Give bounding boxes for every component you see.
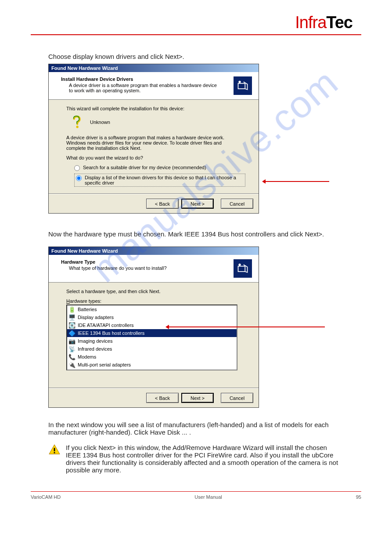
list-item[interactable]: 💽IDE ATA/ATAPI controllers xyxy=(67,321,237,329)
svg-point-1 xyxy=(238,81,241,83)
header-subtitle-2: What type of hardware do you want to ins… xyxy=(69,265,167,271)
wizard-line1: This wizard will complete the installati… xyxy=(66,106,245,111)
cancel-button[interactable]: Cancel xyxy=(221,393,253,403)
wizard-install-icon xyxy=(234,76,252,95)
wizard-para2: A device driver is a software program th… xyxy=(66,135,242,151)
list-item[interactable]: 🖥️Display adapters xyxy=(67,313,237,321)
svg-point-4 xyxy=(238,264,241,266)
list-item-label: Infrared devices xyxy=(78,346,112,352)
svg-rect-0 xyxy=(238,83,245,89)
list-item-label: Modems xyxy=(78,354,96,359)
svg-point-2 xyxy=(76,126,78,128)
list-item-label: Imaging devices xyxy=(78,338,113,344)
list-item[interactable]: 📷Imaging devices xyxy=(67,337,237,345)
wizard-question: What do you want the wizard to do? xyxy=(66,155,245,160)
next-button[interactable]: Next > xyxy=(181,199,214,209)
list-item-label: IDE ATA/ATAPI controllers xyxy=(78,323,134,328)
header-rule xyxy=(31,34,361,35)
hardware-type-icon: 📷 xyxy=(68,337,76,345)
intro-paragraph: Choose display known drivers and click N… xyxy=(48,53,344,60)
wizard-install-icon xyxy=(234,259,252,278)
list-label: Hardware types: xyxy=(66,298,245,304)
mid-paragraph: Now the hardware type must be chosen. Ma… xyxy=(48,230,344,238)
header-title: Install Hardware Device Drivers xyxy=(61,76,218,82)
list-item-label: Multi-port serial adapters xyxy=(78,362,131,367)
dialog-title-2: Found New Hardware Wizard xyxy=(49,247,259,255)
dialog-title: Found New Hardware Wizard xyxy=(49,64,259,72)
list-item[interactable]: 🔋Batteries xyxy=(67,305,237,313)
hardware-type-icon: 🔌 xyxy=(68,361,76,368)
list-item-label: Display adapters xyxy=(78,315,114,320)
list-item-label: IEEE 1394 Bus host controllers xyxy=(78,330,144,336)
cancel-button[interactable]: Cancel xyxy=(221,199,253,209)
hardware-type-icon: 📞 xyxy=(68,353,76,360)
brand-logo: InfraTec xyxy=(31,13,361,32)
back-button[interactable]: < Back xyxy=(146,393,179,403)
svg-rect-6 xyxy=(54,452,55,453)
found-hardware-dialog-1: Found New Hardware Wizard Install Hardwa… xyxy=(48,64,259,214)
footer-page-number: 95 xyxy=(356,494,361,500)
unknown-device-icon xyxy=(71,116,82,129)
list-item[interactable]: 🔌Multi-port serial adapters xyxy=(67,361,237,369)
warning-text: If you click Next> in this window, the A… xyxy=(66,444,344,474)
warning-icon xyxy=(48,444,61,455)
list-item-label: Batteries xyxy=(78,307,97,312)
list-item[interactable]: 🖧Network adapters xyxy=(67,369,237,370)
svg-rect-5 xyxy=(54,448,55,451)
back-button[interactable]: < Back xyxy=(146,199,179,209)
next-button[interactable]: Next > xyxy=(181,393,214,403)
device-name: Unknown xyxy=(90,120,110,125)
annotation-arrow-2 xyxy=(167,326,325,327)
hardware-type-icon: 📡 xyxy=(68,345,76,352)
hardware-type-icon: 🖧 xyxy=(68,369,76,370)
svg-rect-3 xyxy=(238,266,245,272)
footer-left: VarioCAM HD xyxy=(31,494,61,500)
hardware-type-icon: 🖥️ xyxy=(68,314,76,321)
annotation-arrow-1 xyxy=(263,181,329,182)
after-paragraph-1: In the next window you will see a list o… xyxy=(48,421,344,436)
hardware-type-icon: 🔷 xyxy=(68,330,76,337)
list-item[interactable]: 🔷IEEE 1394 Bus host controllers xyxy=(67,329,237,337)
list-item[interactable]: 📞Modems xyxy=(67,353,237,361)
hardware-type-icon: 🔋 xyxy=(68,306,76,313)
page-footer: VarioCAM HD User Manual 95 xyxy=(31,491,361,500)
footer-center: User Manual xyxy=(194,494,222,500)
header-subtitle: A device driver is a software program th… xyxy=(69,83,218,93)
hardware-type-icon: 💽 xyxy=(68,322,76,329)
radio-display-list[interactable]: Display a list of the known drivers for … xyxy=(74,174,245,187)
list-item-label: Network adapters xyxy=(78,370,115,370)
select-prompt: Select a hardware type, and then click N… xyxy=(66,289,245,294)
header-title-2: Hardware Type xyxy=(61,259,167,265)
hardware-types-listbox[interactable]: 🔋Batteries🖥️Display adapters💽IDE ATA/ATA… xyxy=(66,305,237,370)
list-item[interactable]: 📡Infrared devices xyxy=(67,345,237,353)
radio-search-driver[interactable]: Search for a suitable driver for my devi… xyxy=(74,165,245,171)
